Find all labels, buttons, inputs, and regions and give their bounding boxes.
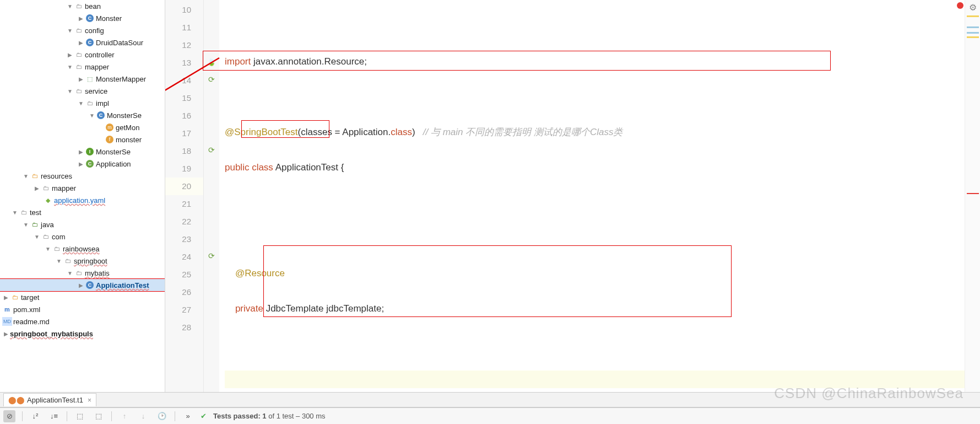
tree-label: readme.md [13, 318, 50, 326]
tree-item[interactable]: ▶🗀target [0, 291, 165, 303]
error-indicator[interactable] [957, 2, 963, 9]
tree-label: ApplicationTest [96, 281, 149, 289]
tree-item[interactable]: ▼🗀service [0, 85, 165, 97]
tree-item[interactable]: ▼🗀test [0, 206, 165, 218]
tree-label: application.yaml [54, 196, 105, 205]
tree-label: Monster [96, 14, 122, 23]
test-result: Tests passed: 1 of 1 test – 300 ms [213, 412, 326, 420]
tree-item[interactable]: ▼🗀mybatis [0, 267, 165, 279]
tree-label: java [41, 221, 54, 229]
tree-item[interactable]: ▼🗀impl [0, 97, 165, 109]
tree-label: impl [96, 99, 109, 108]
tree-label: service [85, 87, 107, 95]
minimap[interactable] [965, 0, 980, 392]
tree-label: com [52, 233, 66, 241]
annotation: @SpringBootTest [225, 127, 298, 137]
tree-item[interactable]: ▼🗀mapper [0, 61, 165, 73]
tree-item[interactable]: MDreadme.md [0, 315, 165, 328]
tree-item[interactable]: ▼🗀bean [0, 0, 165, 12]
tree-item[interactable]: ▶CDruidDataSour [0, 36, 165, 49]
tree-item[interactable]: mgetMon [0, 121, 165, 133]
test-icon: ⬤⬤ [8, 396, 25, 404]
tree-item[interactable]: ▼CMonsterSe [0, 109, 165, 121]
toggle-button[interactable]: ⊘ [3, 410, 15, 422]
tree-label: rainbowsea [63, 245, 100, 253]
tree-item[interactable]: ▼🗀springboot [0, 255, 165, 267]
tree-label: MonsterSe [107, 111, 142, 120]
tree-item[interactable]: mpom.xml [0, 303, 165, 315]
tree-label: monster [116, 136, 142, 144]
tree-label: DruidDataSour [96, 39, 143, 47]
status-bar: ⊘ ↓² ↓≡ ⬚ ⬚ ↑ ↓ 🕑 » ✔ Tests passed: 1 of… [0, 407, 980, 424]
run-tab[interactable]: ⬤⬤ ApplicationTest.t1 × [3, 393, 96, 406]
code-comment: // 与 main 不同的需要指明 测试的是哪个Class类 [423, 127, 623, 137]
code-editor[interactable]: 10 11 12 13 14 15 16 17 18 19 20 21 22 2… [165, 0, 980, 392]
tree-label: target [21, 293, 39, 302]
tree-item[interactable]: ▼🗀rainbowsea [0, 243, 165, 255]
tree-label: springboot_mybatispuls [10, 330, 93, 338]
down-arrow-icon[interactable]: ↓ [137, 410, 149, 422]
run-icon[interactable]: ⟳ [204, 247, 219, 265]
tree-label: mapper [52, 184, 76, 192]
filter-button[interactable]: ↓≡ [48, 410, 60, 422]
tree-item[interactable]: ▼🗀config [0, 24, 165, 36]
tab-label: ApplicationTest.t1 [27, 396, 83, 404]
tree-label: getMon [116, 124, 139, 132]
spring-run-icon[interactable]: 🍃 [204, 53, 219, 71]
tree-label: Application [96, 160, 131, 168]
tree-item[interactable]: ▶springboot_mybatispuls [0, 328, 165, 340]
expand-button[interactable]: ⬚ [74, 410, 86, 422]
sort-button[interactable]: ↓² [29, 410, 41, 422]
annotation: @Resource [235, 268, 285, 278]
history-icon[interactable]: 🕑 [156, 410, 168, 422]
tree-item[interactable]: ▶🗀controller [0, 49, 165, 61]
tree-item[interactable]: ▶CApplication [0, 158, 165, 170]
more-icon[interactable]: » [182, 410, 194, 422]
tree-label: controller [85, 51, 114, 59]
check-icon: ✔ [201, 412, 207, 420]
tree-item[interactable]: fmonster [0, 133, 165, 146]
tree-label: bean [85, 2, 101, 10]
tree-item[interactable]: ▶IMonsterSe [0, 146, 165, 158]
close-icon[interactable]: × [88, 396, 91, 404]
tree-item[interactable]: ▼🗀com [0, 230, 165, 243]
run-tab-bar: ⬤⬤ ApplicationTest.t1 × ⚙ [0, 392, 980, 407]
tree-label: mybatis [85, 269, 110, 277]
gear-icon[interactable]: ⚙ [969, 2, 977, 13]
tree-item[interactable]: ◆application.yaml [0, 194, 165, 206]
tree-label: MonsterMapper [96, 75, 146, 83]
tree-label: config [85, 26, 104, 35]
tree-item-selected[interactable]: ▶CApplicationTest [0, 279, 165, 291]
gutter-icons: 🍃 ⟳ ⟳ ⟳ [204, 0, 219, 392]
tree-item[interactable]: ▼🗀java [0, 218, 165, 230]
tree-item[interactable]: ▼🗀resources [0, 170, 165, 182]
tree-label: MonsterSe [96, 148, 131, 156]
tree-item[interactable]: ▶⬚MonsterMapper [0, 73, 165, 85]
tree-item[interactable]: ▶🗀mapper [0, 182, 165, 194]
up-arrow-icon[interactable]: ↑ [118, 410, 131, 422]
run-icon[interactable]: ⟳ [204, 71, 219, 88]
run-icon[interactable]: ⟳ [204, 141, 219, 159]
tree-label: pom.xml [13, 305, 40, 314]
tree-label: mapper [85, 63, 109, 71]
line-gutter: 10 11 12 13 14 15 16 17 18 19 20 21 22 2… [165, 0, 204, 392]
tree-label: resources [41, 172, 72, 180]
tree-label: test [30, 208, 41, 217]
tree-label: springboot [74, 257, 107, 265]
code-area[interactable]: import javax.annotation.Resource; @Sprin… [219, 0, 965, 392]
tree-item[interactable]: ▶CMonster [0, 12, 165, 24]
project-tree[interactable]: ▼🗀bean ▶CMonster ▼🗀config ▶CDruidDataSou… [0, 0, 165, 392]
collapse-button[interactable]: ⬚ [93, 410, 105, 422]
